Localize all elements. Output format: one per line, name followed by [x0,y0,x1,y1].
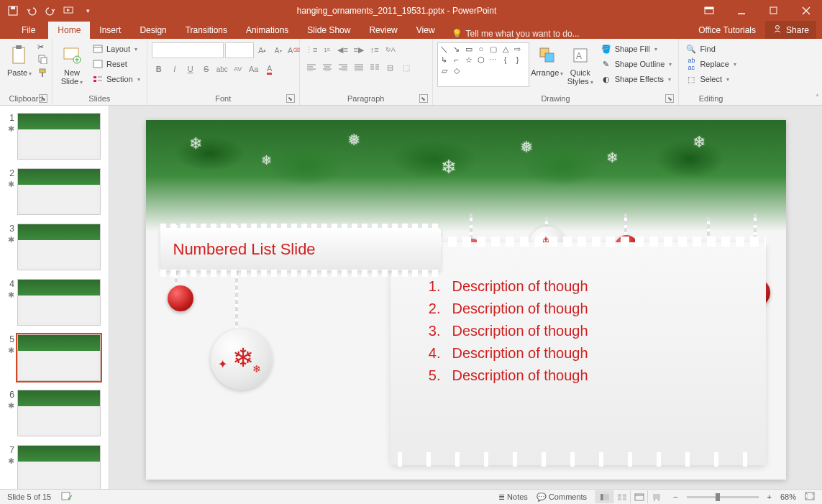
tell-me[interactable]: 💡 Tell me what you want to do... [444,29,587,39]
shape-callout-icon[interactable]: ◇ [452,66,462,75]
shape-fill-button[interactable]: 🪣Shape Fill▾ [598,42,675,55]
columns-icon[interactable] [367,60,382,75]
spacing-icon[interactable]: AV [231,62,245,76]
change-case-icon[interactable]: Aa [247,62,261,76]
paste-button[interactable]: Paste▾ [4,42,35,79]
tab-file[interactable]: File [9,22,48,39]
cut-icon[interactable]: ✂ [37,42,47,52]
new-slide-button[interactable]: New Slide▾ [57,42,87,88]
reset-button[interactable]: Reset [90,58,142,70]
format-painter-icon[interactable] [37,68,47,79]
tab-design[interactable]: Design [130,22,175,39]
copy-icon[interactable] [37,54,47,65]
tab-insert[interactable]: Insert [90,22,130,39]
thumbnail-7[interactable]: 7✱ [4,445,104,489]
clipboard-dialog-icon[interactable]: ⬊ [39,94,47,103]
numbering-icon[interactable]: 1≡ [320,42,334,57]
line-spacing-icon[interactable]: ↕≡ [367,42,382,57]
tab-review[interactable]: Review [360,22,406,39]
comments-button[interactable]: 💬 Comments [536,492,587,502]
minimize-button[interactable] [725,0,757,21]
shadow-icon[interactable]: abc [215,62,229,76]
spellcheck-icon[interactable] [61,491,73,503]
underline-icon[interactable]: U [183,62,198,76]
shape-roundrect-icon[interactable]: ▢ [488,45,498,53]
notes-button[interactable]: ≣ Notes [498,492,528,502]
font-family-select[interactable] [152,42,224,58]
tab-animations[interactable]: Animations [237,22,298,39]
grow-font-icon[interactable]: A▴ [255,43,270,58]
sorter-view-icon[interactable] [613,490,630,503]
shape-more-icon[interactable]: ⋯ [488,55,498,64]
select-button[interactable]: ⬚Select▾ [683,73,738,86]
shape-brace2-icon[interactable]: } [513,55,523,64]
drawing-dialog-icon[interactable]: ⬊ [665,94,674,103]
start-from-beginning-icon[interactable] [63,5,75,17]
office-tutorials[interactable]: Office Tutorials [689,22,765,39]
paragraph-dialog-icon[interactable]: ⬊ [419,94,428,103]
shape-line-icon[interactable]: ＼ [439,45,449,53]
maximize-button[interactable] [757,0,790,21]
close-button[interactable] [790,0,822,21]
thumbnail-3[interactable]: 3✱ [4,224,104,270]
zoom-in-icon[interactable]: + [767,492,772,501]
shrink-font-icon[interactable]: A▾ [271,43,286,58]
fit-to-window-icon[interactable] [805,492,815,502]
align-text-icon[interactable]: ⊟ [383,60,398,75]
replace-button[interactable]: abacReplace▾ [683,58,738,70]
tab-home[interactable]: Home [48,22,90,39]
shape-arrow-icon[interactable]: ↘ [452,45,462,53]
quick-styles-button[interactable]: A Quick Styles▾ [565,42,595,88]
align-right-icon[interactable] [336,60,350,75]
shape-brace1-icon[interactable]: { [501,55,511,64]
arrange-button[interactable]: Arrange▾ [532,42,562,79]
justify-icon[interactable] [352,60,366,75]
reading-view-icon[interactable] [630,490,647,503]
tab-view[interactable]: View [407,22,444,39]
shape-elbow-icon[interactable]: ⌐ [452,55,462,64]
undo-icon[interactable] [26,5,37,17]
increase-indent-icon[interactable]: ≡▶ [352,42,366,57]
zoom-level[interactable]: 68% [780,492,796,501]
thumbnail-5[interactable]: 5✱ [4,334,104,381]
shape-star-icon[interactable]: ☆ [464,55,474,64]
shape-effects-button[interactable]: ◐Shape Effects▾ [598,73,675,86]
content-placeholder[interactable]: 1.Description of though2.Description of … [391,242,766,465]
layout-button[interactable]: Layout▾ [90,42,142,55]
decrease-indent-icon[interactable]: ◀≡ [336,42,350,57]
bullets-icon[interactable]: ⋮≡ [304,42,319,57]
align-left-icon[interactable] [304,60,319,75]
shape-hex-icon[interactable]: ⬡ [476,55,486,64]
slide-counter[interactable]: Slide 5 of 15 [7,492,51,501]
section-button[interactable]: Section▾ [90,73,142,86]
thumbnail-2[interactable]: 2✱ [4,168,104,215]
save-icon[interactable] [7,5,19,17]
smartart-icon[interactable]: ⬚ [399,60,414,75]
align-center-icon[interactable] [320,60,334,75]
shape-arrowr-icon[interactable]: ⇨ [513,45,523,53]
zoom-slider[interactable] [687,496,759,498]
thumbnail-4[interactable]: 4✱ [4,279,104,326]
shape-triangle-icon[interactable]: △ [501,45,511,53]
title-placeholder[interactable]: Numbered List Slide [160,228,441,271]
font-color-icon[interactable]: A [262,62,277,76]
bold-icon[interactable]: B [152,62,166,76]
slideshow-view-icon[interactable] [647,490,665,503]
shape-outline-button[interactable]: ✎Shape Outline▾ [598,58,675,70]
qat-dropdown-icon[interactable]: ▾ [82,5,93,17]
zoom-out-icon[interactable]: − [673,492,677,501]
normal-view-icon[interactable] [595,490,613,503]
share-button[interactable]: Share [765,21,816,39]
shapes-gallery[interactable]: ＼ ↘ ▭ ○ ▢ △ ⇨ ↳ ⌐ ☆ ⬡ ⋯ { } ▱ ◇ [437,42,529,87]
thumbnail-1[interactable]: 1✱ [4,113,104,160]
ribbon-display-icon[interactable] [693,0,725,21]
clear-formatting-icon[interactable]: A⌫ [287,43,301,58]
strikethrough-icon[interactable]: S [199,62,214,76]
text-direction-icon[interactable]: ↻A [383,42,398,57]
font-size-select[interactable] [225,42,254,58]
thumbnail-pane[interactable]: 1✱2✱3✱4✱5✱6✱7✱ [0,106,109,489]
redo-icon[interactable] [45,5,56,17]
font-dialog-icon[interactable]: ⬊ [286,94,295,103]
slide-canvas[interactable]: ❄ ❄ ❅ ❄ ❅ ❄ ❄ ❄ ✦ ❄ ❄ [109,106,822,489]
tab-transitions[interactable]: Transitions [176,22,237,39]
